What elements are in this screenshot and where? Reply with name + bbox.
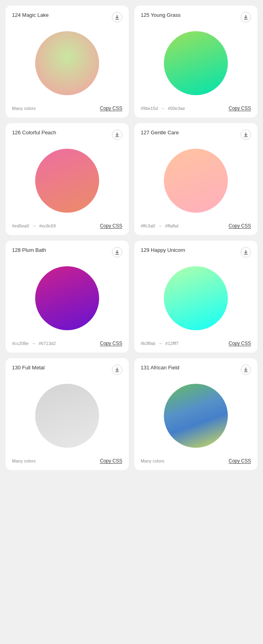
card-title-126: 126 Colorful Peach bbox=[12, 130, 56, 136]
card-header-127: 127 Gentle Care bbox=[141, 130, 251, 140]
color-info-130: Many colors bbox=[12, 459, 36, 463]
card-footer-126: #ed6ea0 → #ec8c69Copy CSS bbox=[12, 223, 122, 229]
download-icon bbox=[115, 132, 120, 137]
download-icon bbox=[243, 132, 248, 137]
download-button-127[interactable] bbox=[241, 130, 251, 140]
download-icon bbox=[115, 250, 120, 255]
download-icon bbox=[115, 15, 120, 20]
card-title-127: 127 Gentle Care bbox=[141, 130, 179, 136]
copy-css-button-128[interactable]: Copy CSS bbox=[100, 341, 122, 346]
download-icon bbox=[243, 15, 248, 20]
card-126: 126 Colorful Peach#ed6ea0 → #ec8c69Copy … bbox=[6, 123, 129, 235]
color-info-131: Many colors bbox=[141, 459, 164, 463]
card-127: 127 Gentle Care#ffc3a0 → #ffafbdCopy CSS bbox=[134, 123, 257, 235]
card-header-128: 128 Plum Bath bbox=[12, 247, 122, 257]
copy-css-button-125[interactable]: Copy CSS bbox=[229, 106, 251, 111]
download-button-130[interactable] bbox=[112, 365, 122, 375]
color-info-127: #ffc3a0 → #ffafbd bbox=[141, 223, 178, 228]
copy-css-button-124[interactable]: Copy CSS bbox=[100, 106, 122, 111]
card-header-124: 124 Magic Lake bbox=[12, 12, 122, 22]
card-130: 130 Full MetalMany colorsCopy CSS bbox=[6, 358, 129, 470]
gradient-circle-130 bbox=[35, 384, 99, 448]
card-title-124: 124 Magic Lake bbox=[12, 12, 49, 19]
color-info-125: #9be15d → #00e3ae bbox=[141, 106, 185, 111]
card-footer-131: Many colorsCopy CSS bbox=[141, 458, 251, 464]
card-title-129: 129 Happy Unicorn bbox=[141, 247, 185, 254]
card-title-128: 128 Plum Bath bbox=[12, 247, 46, 254]
download-button-128[interactable] bbox=[112, 247, 122, 257]
download-button-124[interactable] bbox=[112, 12, 122, 22]
card-footer-130: Many colorsCopy CSS bbox=[12, 458, 122, 464]
card-131: 131 African FieldMany colorsCopy CSS bbox=[134, 358, 257, 470]
card-footer-127: #ffc3a0 → #ffafbdCopy CSS bbox=[141, 223, 251, 229]
card-header-125: 125 Young Grass bbox=[141, 12, 251, 22]
gradient-circle-127 bbox=[164, 149, 228, 213]
card-header-130: 130 Full Metal bbox=[12, 365, 122, 375]
card-grid: 124 Magic LakeMany colorsCopy CSS125 You… bbox=[0, 0, 263, 476]
circle-wrap-126 bbox=[12, 145, 122, 220]
card-header-129: 129 Happy Unicorn bbox=[141, 247, 251, 257]
card-footer-129: #b3ffab → #12fff7Copy CSS bbox=[141, 341, 251, 346]
circle-wrap-125 bbox=[141, 27, 251, 102]
circle-wrap-124 bbox=[12, 27, 122, 102]
gradient-circle-129 bbox=[164, 266, 228, 330]
card-footer-128: #cc208e → #6713d2Copy CSS bbox=[12, 341, 122, 346]
circle-wrap-127 bbox=[141, 145, 251, 220]
download-icon bbox=[243, 367, 248, 372]
download-button-129[interactable] bbox=[241, 247, 251, 257]
download-button-125[interactable] bbox=[241, 12, 251, 22]
card-title-131: 131 African Field bbox=[141, 365, 179, 371]
gradient-circle-126 bbox=[35, 149, 99, 213]
color-info-124: Many colors bbox=[12, 106, 36, 111]
copy-css-button-126[interactable]: Copy CSS bbox=[100, 223, 122, 229]
card-title-125: 125 Young Grass bbox=[141, 12, 181, 19]
card-124: 124 Magic LakeMany colorsCopy CSS bbox=[6, 6, 129, 118]
color-info-128: #cc208e → #6713d2 bbox=[12, 341, 56, 346]
gradient-circle-124 bbox=[35, 31, 99, 95]
card-129: 129 Happy Unicorn#b3ffab → #12fff7Copy C… bbox=[134, 241, 257, 353]
gradient-circle-125 bbox=[164, 31, 228, 95]
circle-wrap-129 bbox=[141, 262, 251, 337]
gradient-circle-128 bbox=[35, 266, 99, 330]
download-button-126[interactable] bbox=[112, 130, 122, 140]
card-header-131: 131 African Field bbox=[141, 365, 251, 375]
copy-css-button-129[interactable]: Copy CSS bbox=[229, 341, 251, 346]
gradient-circle-131 bbox=[164, 384, 228, 448]
card-footer-125: #9be15d → #00e3aeCopy CSS bbox=[141, 106, 251, 111]
download-button-131[interactable] bbox=[241, 365, 251, 375]
circle-wrap-130 bbox=[12, 380, 122, 455]
card-footer-124: Many colorsCopy CSS bbox=[12, 106, 122, 111]
color-info-126: #ed6ea0 → #ec8c69 bbox=[12, 223, 56, 228]
circle-wrap-131 bbox=[141, 380, 251, 455]
card-header-126: 126 Colorful Peach bbox=[12, 130, 122, 140]
color-info-129: #b3ffab → #12fff7 bbox=[141, 341, 179, 346]
card-125: 125 Young Grass#9be15d → #00e3aeCopy CSS bbox=[134, 6, 257, 118]
download-icon bbox=[243, 250, 248, 255]
copy-css-button-130[interactable]: Copy CSS bbox=[100, 458, 122, 464]
card-128: 128 Plum Bath#cc208e → #6713d2Copy CSS bbox=[6, 241, 129, 353]
card-title-130: 130 Full Metal bbox=[12, 365, 45, 371]
copy-css-button-127[interactable]: Copy CSS bbox=[229, 223, 251, 229]
circle-wrap-128 bbox=[12, 262, 122, 337]
download-icon bbox=[115, 367, 120, 372]
copy-css-button-131[interactable]: Copy CSS bbox=[229, 458, 251, 464]
